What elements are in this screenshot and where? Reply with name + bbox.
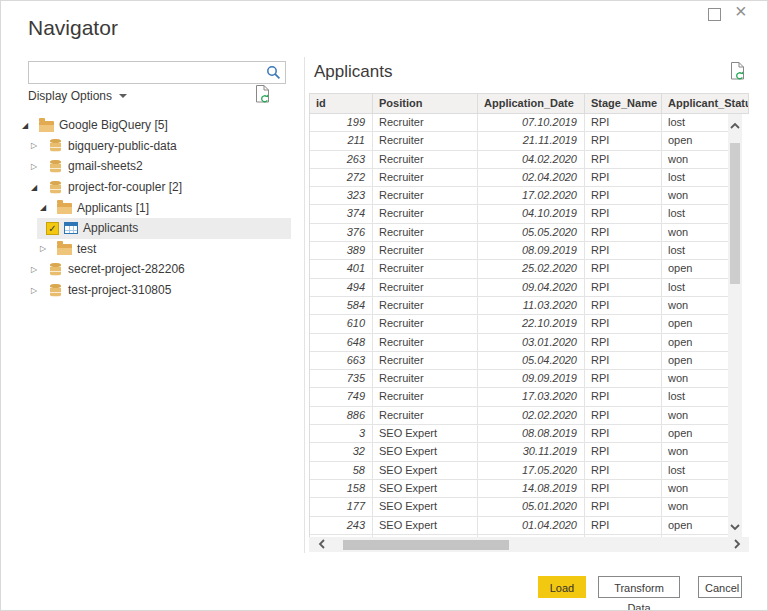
cell: 263: [310, 151, 373, 169]
tree-item-gmail-sheets2[interactable]: ▷gmail-sheets2: [1, 156, 293, 177]
cell: won: [662, 187, 729, 205]
cell: RPI: [585, 260, 662, 278]
cell: 886: [310, 407, 373, 425]
cell: Recruiter: [373, 151, 478, 169]
cell: 30.11.2019: [478, 443, 585, 461]
database-icon: [48, 138, 63, 154]
horizontal-scrollbar[interactable]: [309, 537, 749, 552]
cell: Recruiter: [373, 315, 478, 333]
dialog-title: Navigator: [28, 16, 118, 40]
search-input[interactable]: [29, 62, 267, 83]
expander-collapsed-icon[interactable]: ▷: [28, 162, 40, 171]
expander-expanded-icon[interactable]: ◢: [28, 183, 40, 192]
chevron-down-icon: [119, 94, 127, 98]
tree-item-test[interactable]: ▷test: [1, 239, 293, 260]
cell: won: [662, 297, 729, 315]
cell: lost: [662, 114, 729, 132]
cell: 21.11.2019: [478, 132, 585, 150]
cell: 11.03.2020: [478, 297, 585, 315]
cell: 02.04.2020: [478, 169, 585, 187]
display-options-dropdown[interactable]: Display Options: [28, 89, 127, 103]
table-checkbox[interactable]: ✓: [46, 222, 59, 235]
tree-item-test-project-310805[interactable]: ▷test-project-310805: [1, 280, 293, 301]
folder-icon: [39, 117, 54, 133]
tree: ◢Google BigQuery [5]▷bigquery-public-dat…: [1, 115, 293, 300]
scroll-left-icon[interactable]: [318, 539, 326, 549]
column-header-applicant_status: Applicant_Status: [662, 94, 748, 113]
expander-expanded-icon[interactable]: ◢: [19, 121, 31, 130]
close-icon[interactable]: ×: [735, 0, 747, 22]
vertical-scrollbar-thumb[interactable]: [730, 143, 740, 284]
tree-item-project-for-coupler-2[interactable]: ◢project-for-coupler [2]: [1, 177, 293, 198]
cell: open: [662, 132, 729, 150]
table-row: 735Recruiter09.09.2019RPIwon: [310, 370, 729, 388]
cell: 09.04.2020: [478, 279, 585, 297]
expander-collapsed-icon[interactable]: ▷: [37, 244, 49, 253]
expander-collapsed-icon[interactable]: ▷: [28, 141, 40, 150]
cell: won: [662, 151, 729, 169]
vertical-scrollbar[interactable]: [728, 114, 742, 537]
tree-item-google-bigquery-5[interactable]: ◢Google BigQuery [5]: [1, 115, 293, 136]
cell: lost: [662, 279, 729, 297]
table-header: idPositionApplication_DateStage_NameAppl…: [309, 93, 749, 114]
column-header-id: id: [310, 94, 373, 113]
cell: 02.02.2020: [478, 407, 585, 425]
table-row: 389Recruiter08.09.2019RPIlost: [310, 242, 729, 260]
cell: 323: [310, 187, 373, 205]
load-button[interactable]: Load: [538, 576, 586, 598]
cell: RPI: [585, 315, 662, 333]
cell: Recruiter: [373, 407, 478, 425]
cell: RPI: [585, 297, 662, 315]
cell: Recruiter: [373, 352, 478, 370]
tree-item-bigquery-public-data[interactable]: ▷bigquery-public-data: [1, 136, 293, 157]
scroll-up-icon[interactable]: [730, 122, 740, 130]
cell: RPI: [585, 334, 662, 352]
refresh-preview-icon[interactable]: [254, 84, 271, 104]
scroll-right-icon[interactable]: [733, 539, 741, 549]
cell: Recruiter: [373, 224, 478, 242]
cell: RPI: [585, 462, 662, 480]
tree-item-label: bigquery-public-data: [68, 139, 177, 153]
horizontal-scrollbar-thumb[interactable]: [343, 540, 509, 550]
transform-data-button[interactable]: Transform Data: [598, 576, 680, 598]
search-icon[interactable]: [266, 65, 281, 80]
cell: RPI: [585, 279, 662, 297]
cell: won: [662, 370, 729, 388]
cell: Recruiter: [373, 334, 478, 352]
cell: 401: [310, 260, 373, 278]
cell: 735: [310, 370, 373, 388]
cell: lost: [662, 462, 729, 480]
refresh-preview-icon[interactable]: [729, 61, 746, 81]
cell: RPI: [585, 425, 662, 443]
column-header-application_date: Application_Date: [478, 94, 585, 113]
cell: RPI: [585, 169, 662, 187]
cell: lost: [662, 388, 729, 406]
cancel-button[interactable]: Cancel: [698, 576, 742, 598]
table-row: 749Recruiter17.03.2020RPIlost: [310, 388, 729, 406]
table-row: 584Recruiter11.03.2020RPIwon: [310, 297, 729, 315]
tree-item-secret-project-282206[interactable]: ▷secret-project-282206: [1, 259, 293, 280]
database-icon: [48, 282, 63, 298]
table-row: 663Recruiter05.04.2020RPIopen: [310, 352, 729, 370]
tree-item-applicants[interactable]: ✓Applicants: [1, 218, 293, 239]
scroll-down-icon[interactable]: [730, 523, 740, 531]
cell: 08.09.2019: [478, 242, 585, 260]
cell: 389: [310, 242, 373, 260]
expander-collapsed-icon[interactable]: ▷: [28, 286, 40, 295]
cell: Recruiter: [373, 187, 478, 205]
cell: won: [662, 443, 729, 461]
cell: 01.04.2020: [478, 517, 585, 535]
table-row: 243SEO Expert01.04.2020RPIopen: [310, 517, 729, 535]
cell: 09.09.2019: [478, 370, 585, 388]
cell: SEO Expert: [373, 443, 478, 461]
expander-expanded-icon[interactable]: ◢: [37, 203, 49, 212]
maximize-icon[interactable]: [708, 8, 721, 21]
tree-item-applicants-1[interactable]: ◢Applicants [1]: [1, 197, 293, 218]
cell: 32: [310, 443, 373, 461]
cell: open: [662, 517, 729, 535]
expander-collapsed-icon[interactable]: ▷: [28, 265, 40, 274]
cell: RPI: [585, 132, 662, 150]
cell: won: [662, 224, 729, 242]
table-icon: [63, 220, 78, 236]
cell: Recruiter: [373, 279, 478, 297]
